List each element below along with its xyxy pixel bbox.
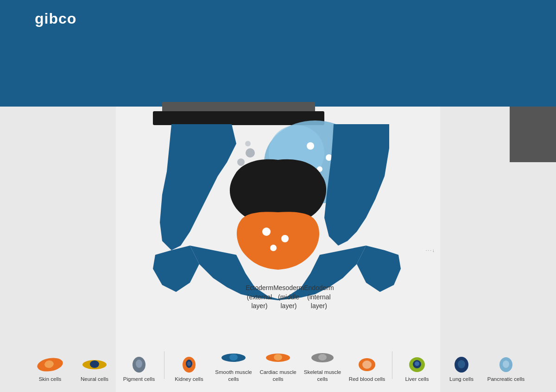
pancreatic-cells-label: Pancreatic cells bbox=[487, 376, 525, 383]
svg-point-19 bbox=[136, 360, 142, 368]
mesoderm-name: Mesoderm bbox=[273, 284, 304, 293]
endoderm-name: Endoderm bbox=[304, 284, 334, 293]
svg-point-10 bbox=[245, 141, 251, 146]
svg-point-7 bbox=[246, 148, 255, 158]
smooth-muscle-cells-label: Smooth muscle cells bbox=[214, 369, 253, 383]
mesoderm-label: Mesoderm (middle layer) bbox=[273, 284, 304, 311]
mesoderm-subtitle: (middle layer) bbox=[273, 293, 304, 311]
labels-area: Ectoderm (external layer) Mesoderm (midd… bbox=[232, 284, 324, 311]
list-item: Skeletal muscle cells bbox=[303, 348, 342, 383]
pigment-cells-label: Pigment cells bbox=[123, 376, 155, 383]
list-item: Pancreatic cells bbox=[486, 354, 526, 383]
diagram-container bbox=[116, 102, 440, 297]
lung-cells-label: Lung cells bbox=[449, 376, 474, 383]
cells-area: Skin cells Neural cells Pigment cells bbox=[28, 348, 528, 387]
endoderm-subtitle: (internal layer) bbox=[304, 293, 334, 311]
ectoderm-label: Ectoderm (external layer) bbox=[246, 284, 273, 311]
skeletal-muscle-cells-icon bbox=[309, 348, 336, 366]
svg-point-4 bbox=[307, 142, 314, 150]
dots-indicator: ···↓ bbox=[426, 248, 436, 253]
list-item: Lung cells bbox=[442, 354, 481, 383]
svg-point-35 bbox=[458, 360, 465, 368]
svg-point-12 bbox=[281, 235, 289, 242]
svg-point-11 bbox=[262, 228, 271, 236]
list-item: Skin cells bbox=[31, 354, 70, 383]
cardiac-muscle-cells-icon bbox=[264, 348, 292, 366]
red-blood-cells-label: Red blood cells bbox=[349, 376, 385, 383]
svg-point-37 bbox=[503, 360, 509, 368]
top-banner bbox=[0, 0, 556, 107]
ectoderm-subtitle: (external layer) bbox=[246, 293, 273, 311]
pigment-cells-icon bbox=[125, 354, 153, 373]
list-item: Smooth muscle cells bbox=[214, 348, 253, 383]
smooth-muscle-cells-icon bbox=[220, 348, 247, 366]
lung-cells-icon bbox=[448, 354, 475, 373]
ectoderm-name: Ectoderm bbox=[246, 284, 273, 293]
pancreatic-cells-icon bbox=[492, 354, 520, 373]
svg-point-33 bbox=[415, 361, 419, 366]
list-item: Red blood cells bbox=[348, 354, 387, 383]
svg-point-30 bbox=[362, 360, 372, 369]
divider-1 bbox=[164, 351, 164, 379]
list-item: Cardiac muscle cells bbox=[259, 348, 298, 383]
liver-cells-label: Liver cells bbox=[405, 376, 429, 383]
list-item: Liver cells bbox=[398, 354, 437, 383]
list-item: Pigment cells bbox=[120, 354, 159, 383]
svg-point-17 bbox=[90, 360, 99, 368]
kidney-cells-label: Kidney cells bbox=[175, 376, 203, 383]
neural-cells-icon bbox=[81, 354, 108, 373]
cardiac-muscle-cells-label: Cardiac muscle cells bbox=[259, 369, 298, 383]
neural-cells-label: Neural cells bbox=[81, 376, 108, 383]
skin-cells-icon bbox=[36, 354, 64, 373]
svg-point-26 bbox=[274, 354, 282, 360]
list-item: Kidney cells bbox=[170, 354, 209, 383]
skin-cells-label: Skin cells bbox=[39, 376, 62, 383]
logo: gibco bbox=[35, 10, 76, 27]
skeletal-muscle-cells-label: Skeletal muscle cells bbox=[303, 369, 342, 383]
red-blood-cells-icon bbox=[353, 354, 381, 373]
svg-point-8 bbox=[237, 158, 245, 166]
list-item: Neural cells bbox=[75, 354, 114, 383]
endoderm-label: Endoderm (internal layer) bbox=[304, 284, 334, 311]
divider-2 bbox=[392, 351, 392, 379]
liver-cells-icon bbox=[403, 354, 431, 373]
svg-point-22 bbox=[187, 361, 191, 366]
main-area: gibco bbox=[0, 0, 556, 392]
right-dark-bar bbox=[510, 107, 556, 162]
svg-point-13 bbox=[270, 245, 277, 251]
kidney-cells-icon bbox=[175, 354, 203, 373]
svg-point-24 bbox=[229, 354, 238, 360]
svg-point-28 bbox=[318, 354, 327, 360]
